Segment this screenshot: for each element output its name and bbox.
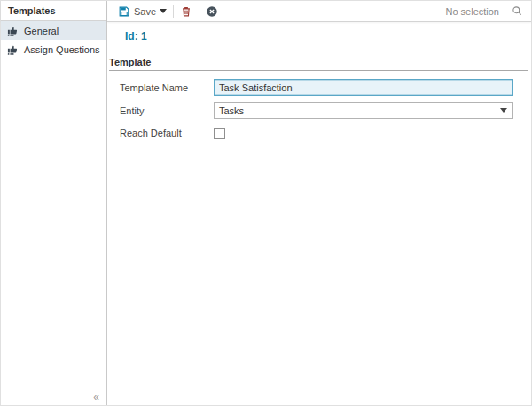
save-dropdown-button[interactable]: [160, 9, 167, 13]
toolbar-divider: [173, 5, 174, 18]
section-title: Template: [109, 57, 528, 67]
trash-icon: [180, 5, 192, 18]
template-form: Template Name Entity Tasks Reach Default: [109, 71, 528, 141]
toolbar: Save: [107, 1, 531, 22]
sidebar-item-assign-questions[interactable]: Assign Questions: [1, 40, 106, 59]
sidebar-title: Templates: [1, 1, 106, 21]
form-row-template-name: Template Name: [120, 79, 513, 96]
delete-button[interactable]: [180, 5, 192, 18]
sidebar-item-label: General: [24, 26, 59, 36]
caret-down-icon: [160, 9, 167, 13]
selection-status: No selection: [445, 6, 499, 17]
save-label: Save: [134, 6, 156, 17]
sidebar-item-general[interactable]: General: [1, 21, 106, 40]
toolbar-right: No selection: [445, 5, 524, 18]
entity-label: Entity: [120, 105, 214, 116]
template-section: Template Template Name Entity Tasks Reac…: [109, 57, 528, 147]
app-window: Templates General: [0, 0, 532, 406]
thumbs-up-icon: [6, 25, 19, 37]
save-button[interactable]: Save: [118, 5, 156, 18]
circle-x-icon: [206, 5, 218, 18]
reach-default-label: Reach Default: [120, 128, 214, 138]
toolbar-left: Save: [118, 5, 218, 18]
search-button[interactable]: [512, 5, 524, 18]
entity-select[interactable]: Tasks: [214, 102, 513, 119]
entity-selected-value: Tasks: [219, 105, 244, 116]
chevron-down-icon: [500, 108, 507, 113]
sidebar: Templates General: [1, 1, 107, 405]
toolbar-divider: [199, 5, 200, 18]
form-row-entity: Entity Tasks: [120, 102, 513, 119]
sidebar-item-label: Assign Questions: [24, 44, 100, 55]
main-panel: Save: [107, 1, 531, 405]
reach-default-checkbox[interactable]: [214, 128, 225, 139]
floppy-icon: [118, 5, 130, 18]
collapse-sidebar-button[interactable]: «: [93, 392, 99, 402]
template-name-label: Template Name: [120, 82, 214, 93]
cancel-button[interactable]: [206, 5, 218, 18]
record-id: Id: 1: [107, 22, 531, 43]
magnifier-icon: [512, 5, 524, 18]
template-name-input[interactable]: [214, 79, 513, 96]
form-row-reach-default: Reach Default: [120, 125, 513, 141]
thumbs-up-icon: [6, 43, 19, 56]
